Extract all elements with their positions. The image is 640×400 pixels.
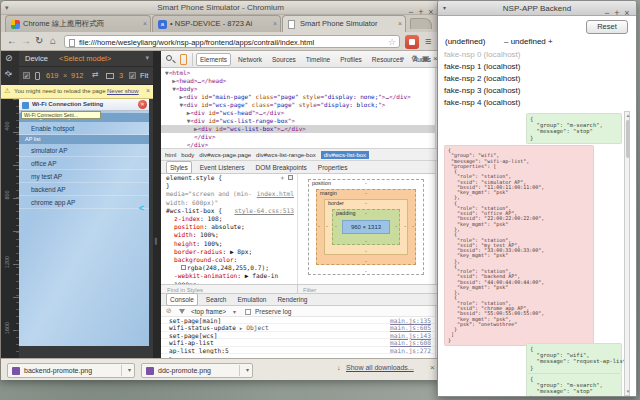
new-tab-button[interactable]: [410, 18, 432, 29]
splitter-handle[interactable]: ∥: [154, 237, 158, 245]
metric-dash[interactable]: -: [365, 190, 367, 196]
new-rule-plus-icon[interactable]: +: [281, 174, 285, 181]
console-entry[interactable]: set-page[main]main.js:135: [161, 317, 435, 324]
dom-tree-line[interactable]: ▼<div id="wcs-list-range-box">: [161, 117, 435, 125]
tab-styles[interactable]: Styles: [166, 161, 192, 174]
address-bar[interactable]: ☆: [64, 35, 400, 48]
dom-tree-line[interactable]: ▶<head>…</head>: [161, 77, 435, 85]
metric-dash[interactable]: -: [365, 200, 367, 206]
dom-tree-line[interactable]: </div>: [161, 141, 435, 148]
dom-tree-line[interactable]: ▼<html>: [161, 69, 435, 77]
log-scrollbar[interactable]: ▲ ▼: [624, 111, 630, 396]
device-emulation-icon[interactable]: [180, 54, 187, 65]
cyan-arrow-icon[interactable]: <: [139, 203, 144, 213]
metric-dash[interactable]: -: [365, 238, 367, 244]
metric-dash[interactable]: -: [365, 268, 367, 274]
minimize-button[interactable]: −: [602, 7, 612, 20]
tab-simulator[interactable]: Smart Phone Simulator ×: [282, 15, 406, 32]
dom-tree-line-selected[interactable]: ▶<div id="wcs-list-box">…</div>: [161, 125, 435, 133]
download-item[interactable]: backend-promote.png ▾: [7, 363, 135, 378]
fit-checkbox[interactable]: ✓: [129, 72, 136, 79]
devtools-tab-elements[interactable]: Elements: [196, 53, 231, 66]
server-item[interactable]: fake-nsp 2 (localhost): [444, 73, 520, 85]
gear-icon[interactable]: ⚙: [411, 51, 418, 66]
selected-device-label[interactable]: (undefined): [445, 37, 485, 46]
device-width[interactable]: 619: [46, 71, 59, 80]
stylesheet-link[interactable]: index.html: [257, 190, 294, 198]
tab-properties[interactable]: Properties: [315, 162, 351, 173]
frame-select-arrow-icon[interactable]: ▾: [233, 308, 236, 315]
forward-icon[interactable]: →: [21, 32, 31, 50]
source-link[interactable]: main.js:605: [390, 324, 431, 330]
devtools-tab-profiles[interactable]: Profiles: [337, 54, 365, 65]
ap-item[interactable]: my test AP: [19, 170, 149, 183]
menu-icon[interactable]: ≡: [425, 33, 431, 50]
maximize-button[interactable]: +: [612, 7, 622, 20]
tab-search[interactable]: Search: [203, 294, 230, 305]
metric-dash[interactable]: -: [318, 223, 320, 229]
devtools-tab-network[interactable]: Network: [235, 54, 265, 65]
console-entry[interactable]: ap-list length:5main.js:272: [161, 347, 435, 354]
selected-device-value[interactable]: – undefined +: [504, 37, 553, 46]
rule-selector[interactable]: #wcs-list-box {: [166, 207, 222, 215]
home-icon[interactable]: ⌂: [50, 32, 56, 50]
warning-close-icon[interactable]: ×: [146, 87, 150, 94]
crumb-html[interactable]: html: [165, 152, 176, 158]
swap-dimensions-icon[interactable]: ⇄: [92, 70, 99, 79]
filter-icon[interactable]: [179, 309, 185, 314]
metric-dash[interactable]: -: [395, 223, 397, 229]
metric-dash[interactable]: -: [335, 223, 337, 229]
download-item[interactable]: ddc-promote.png ▾: [141, 363, 253, 378]
console-entry[interactable]: wifi-ap-listmain.js:608: [161, 339, 435, 346]
server-item[interactable]: fake-nsp 0 (localhost): [444, 49, 520, 61]
metric-dash[interactable]: -: [365, 258, 367, 264]
css-property[interactable]: z-index: 108;: [161, 215, 297, 223]
dom-tree-line[interactable]: ▼<body>: [161, 85, 435, 93]
ap-item[interactable]: backend AP: [19, 183, 149, 196]
find-in-styles-input[interactable]: Find in Styles: [167, 287, 203, 293]
inspect-style-icon[interactable]: [288, 175, 293, 180]
element-style-rule[interactable]: element.style {: [166, 174, 222, 182]
search-icon[interactable]: [166, 55, 172, 61]
device-select-arrow-icon[interactable]: ▾: [145, 54, 149, 62]
css-property[interactable]: -webkit-animation: ▶ fade-in 1000ms;: [161, 272, 297, 284]
crumb-body[interactable]: body: [181, 152, 194, 158]
box-model-content[interactable]: 960 × 1313: [342, 220, 390, 234]
nsp-titlebar[interactable]: ▾ NSP-APP Backend −+×: [438, 1, 636, 16]
dom-tree-line[interactable]: ▶<div id="main-page" class="page" style=…: [161, 93, 435, 101]
ap-item[interactable]: chrome app AP: [19, 196, 149, 209]
device-model-select[interactable]: <Select model>: [59, 54, 111, 63]
dimensions-checkbox[interactable]: ✓: [23, 72, 30, 79]
url-input[interactable]: [79, 37, 367, 48]
metric-dash[interactable]: -: [404, 223, 406, 229]
frame-select[interactable]: <top frame>: [191, 308, 226, 315]
navigate-icon[interactable]: ⇄: [3, 68, 14, 79]
dock-icon[interactable]: ▣: [422, 51, 430, 66]
devtools-tab-timeline[interactable]: Timeline: [303, 54, 333, 65]
clear-console-icon[interactable]: ⊘: [166, 307, 172, 315]
enable-hotspot-item[interactable]: Enable hotspot: [19, 122, 149, 135]
message-log[interactable]: { "group": "m-search", "message": "stop"…: [442, 111, 632, 396]
phone-screen[interactable]: Wi-Fi Connection Setting × Wi-Fi Connect…: [19, 99, 149, 346]
css-property[interactable]: position: absolute;: [161, 223, 297, 231]
metric-dash[interactable]: -: [365, 180, 367, 186]
show-all-downloads-link[interactable]: Show all downloads...: [346, 364, 414, 371]
device-pixel-ratio[interactable]: 3: [119, 71, 123, 80]
crumb-wcs-page[interactable]: div#wcs-page.page: [199, 152, 251, 158]
box-model-padding[interactable]: padding - - - - 960 × 1313: [332, 209, 400, 245]
tab-console[interactable]: Console: [166, 293, 198, 306]
extension-icon[interactable]: [405, 35, 419, 49]
box-model-margin[interactable]: margin - - - - border - - - - padding: [316, 189, 416, 265]
box-model-position[interactable]: position - - margin - - - - border - - -: [308, 179, 424, 275]
css-property[interactable]: width: 100%;: [161, 231, 297, 239]
scroll-up-icon[interactable]: ▲: [625, 113, 631, 118]
download-menu-icon[interactable]: ▾: [128, 364, 131, 377]
expand-object-icon[interactable]: ▶: [240, 326, 243, 331]
filter-input[interactable]: Filter: [303, 287, 316, 293]
shelf-close-icon[interactable]: ×: [430, 363, 435, 372]
device-height[interactable]: 912: [71, 71, 84, 80]
source-link[interactable]: main.js:272: [390, 347, 431, 353]
inspect-toggle-icon[interactable]: ⊘: [5, 53, 13, 63]
scrollbar-thumb[interactable]: [626, 120, 630, 158]
back-icon[interactable]: ←: [7, 32, 17, 50]
